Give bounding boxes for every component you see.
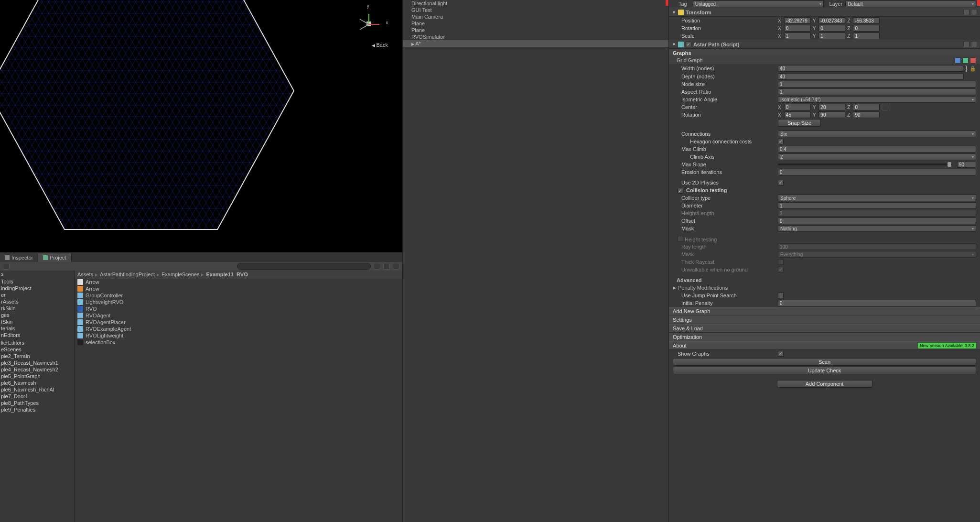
init-penalty-field[interactable] xyxy=(778,300,976,306)
folder-item[interactable]: tSkin xyxy=(0,318,74,325)
about-section[interactable]: AboutNew Version Available! 3.8.2 xyxy=(669,341,980,350)
project-search[interactable] xyxy=(237,263,371,270)
max-slope-slider[interactable] xyxy=(778,163,952,165)
hierarchy-item[interactable]: Plane xyxy=(403,20,668,27)
folder-item[interactable]: lierEditors xyxy=(0,339,74,346)
max-slope-field[interactable] xyxy=(957,161,976,168)
folder-item[interactable]: ple4_Recast_Navmesh2 xyxy=(0,366,74,373)
asset-item[interactable]: RVOAgentPlacer xyxy=(75,319,402,326)
hierarchy-item[interactable]: Directional light xyxy=(403,0,668,7)
graphs-section[interactable]: Graphs xyxy=(669,49,980,56)
hierarchy-item[interactable]: Plane xyxy=(403,27,668,33)
folder-item[interactable]: rkSkin xyxy=(0,305,74,312)
rot-x[interactable] xyxy=(784,25,811,32)
asset-item[interactable]: GroupController xyxy=(75,292,402,299)
asset-item[interactable]: LightweightRVO xyxy=(75,299,402,305)
use2d-checkbox[interactable] xyxy=(778,180,784,185)
grot-z[interactable] xyxy=(853,111,880,118)
add-component-button[interactable]: Add Component xyxy=(777,380,872,388)
hierarchy-panel[interactable]: Directional lightGUI TextMain CameraPlan… xyxy=(402,0,669,522)
settings-section[interactable]: Settings xyxy=(669,315,980,324)
erosion-field[interactable] xyxy=(778,169,976,175)
show-graphs-checkbox[interactable] xyxy=(778,351,784,357)
snap-size-button[interactable]: Snap Size xyxy=(778,119,821,127)
save-load-section[interactable]: Save & Load xyxy=(669,324,980,333)
collider-type-dropdown[interactable]: Sphere xyxy=(778,195,976,201)
folder-item[interactable]: s xyxy=(0,271,74,277)
climb-axis-dropdown[interactable]: Z xyxy=(778,153,976,160)
folder-item[interactable]: Tools xyxy=(0,278,74,285)
add-graph-button[interactable]: Add New Graph xyxy=(669,307,980,315)
asset-item[interactable]: selectionBox xyxy=(75,339,402,346)
gear-icon[interactable] xyxy=(971,41,977,47)
connections-dropdown[interactable]: Six xyxy=(778,130,976,137)
asset-item[interactable]: RVO xyxy=(75,305,402,312)
height-test-checkbox[interactable] xyxy=(678,236,683,241)
astar-header[interactable]: ▼ Astar Path (Script) xyxy=(669,40,980,49)
folder-item[interactable]: er xyxy=(0,292,74,298)
favorite-button[interactable] xyxy=(393,263,399,270)
collision-checkbox[interactable] xyxy=(678,188,683,194)
foldout-icon[interactable]: ▼ xyxy=(672,42,676,47)
asset-item[interactable]: RVOExampleAgent xyxy=(75,326,402,332)
help-icon[interactable] xyxy=(963,41,969,47)
scene-view[interactable]: x y Back xyxy=(0,0,402,252)
gizmo-y-axis[interactable] xyxy=(368,14,369,24)
folder-item[interactable]: ple9_Penalties xyxy=(0,406,74,413)
breadcrumb-segment[interactable]: AstarPathfindingProject xyxy=(100,272,155,277)
update-check-button[interactable]: Update Check xyxy=(673,367,976,374)
transform-header[interactable]: ▼ Transform xyxy=(669,8,980,17)
error-indicator-icon[interactable] xyxy=(666,0,668,6)
pos-x[interactable] xyxy=(784,17,811,24)
width-field[interactable] xyxy=(778,65,963,72)
asset-item[interactable]: RVOLightweight xyxy=(75,332,402,339)
offset-field[interactable] xyxy=(778,218,976,224)
grid-graph-row[interactable]: Grid Graph xyxy=(669,56,980,64)
hierarchy-item[interactable]: RVOSimulator xyxy=(403,33,668,40)
hierarchy-item[interactable]: GUI Text xyxy=(403,7,668,13)
scl-z[interactable] xyxy=(853,33,880,39)
folder-item[interactable]: ple6_Navmesh_RichAI xyxy=(0,386,74,393)
folder-item[interactable]: eScenes xyxy=(0,346,74,353)
diameter-field[interactable] xyxy=(778,202,976,209)
scl-y[interactable] xyxy=(818,33,845,39)
scl-x[interactable] xyxy=(784,33,811,39)
foldout-icon[interactable]: ▶ xyxy=(673,285,676,290)
asset-item[interactable]: Arrow xyxy=(75,279,402,285)
folder-item[interactable]: nEditors xyxy=(0,332,74,338)
aspect-field[interactable] xyxy=(778,88,976,95)
folder-item[interactable]: ple6_Navmesh xyxy=(0,380,74,386)
orientation-gizmo[interactable]: x y xyxy=(355,10,383,38)
optimization-section[interactable]: Optimization xyxy=(669,333,980,341)
foldout-icon[interactable]: ▼ xyxy=(672,10,676,15)
depth-field[interactable] xyxy=(778,73,964,80)
asset-item[interactable]: RVOAgent xyxy=(75,312,402,319)
grot-x[interactable] xyxy=(784,111,811,118)
asset-item[interactable]: Arrow xyxy=(75,285,402,292)
folder-item[interactable]: rAssets xyxy=(0,298,74,305)
pos-y[interactable] xyxy=(818,17,845,24)
tab-project[interactable]: Project xyxy=(38,253,71,262)
eye-icon[interactable] xyxy=(955,57,961,64)
delete-icon[interactable] xyxy=(970,57,976,64)
penalty-mod-label[interactable]: Penalty Modifications xyxy=(678,285,728,291)
folder-item[interactable]: ges xyxy=(0,312,74,318)
component-enable-checkbox[interactable] xyxy=(686,42,691,47)
tag-dropdown[interactable]: Untagged xyxy=(693,0,824,7)
node-size-field[interactable] xyxy=(778,81,976,87)
folder-item[interactable]: ple7_Door1 xyxy=(0,393,74,400)
pos-z[interactable] xyxy=(853,17,880,24)
folder-item[interactable]: ple3_Recast_Navmesh1 xyxy=(0,359,74,366)
folder-item[interactable]: terials xyxy=(0,325,74,332)
scan-button[interactable]: Scan xyxy=(673,358,976,366)
tab-inspector[interactable]: Inspector xyxy=(0,253,38,262)
folder-item[interactable]: ple5_PointGraph xyxy=(0,373,74,380)
rot-z[interactable] xyxy=(853,25,880,32)
grot-y[interactable] xyxy=(818,111,845,118)
center-x[interactable] xyxy=(784,104,811,110)
breadcrumb-segment[interactable]: Assets xyxy=(77,272,93,277)
folder-item[interactable]: ple2_Terrain xyxy=(0,353,74,359)
hex-costs-checkbox[interactable] xyxy=(778,139,784,144)
create-button[interactable] xyxy=(3,263,10,270)
folder-item[interactable]: indingProject xyxy=(0,285,74,292)
